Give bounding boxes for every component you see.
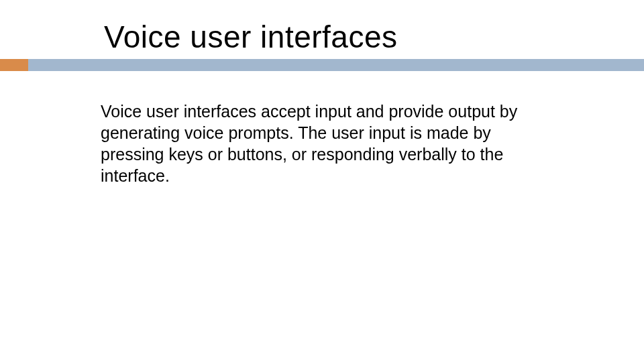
title-area: Voice user interfaces — [0, 19, 644, 71]
slide-body-text: Voice user interfaces accept input and p… — [101, 101, 543, 186]
slide-title: Voice user interfaces — [104, 19, 644, 55]
body-area: Voice user interfaces accept input and p… — [101, 101, 543, 186]
divider-bar — [0, 59, 644, 71]
divider-accent — [0, 59, 28, 71]
